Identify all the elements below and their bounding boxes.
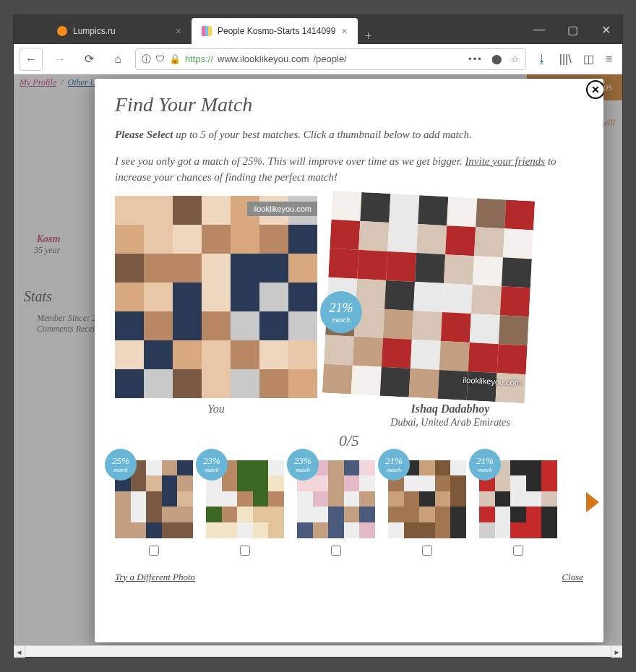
modal-footer: Try a Different Photo Close bbox=[115, 572, 583, 583]
match-name: Ishaq Dadabhoy bbox=[317, 402, 583, 415]
page-content: My Profile / Other Users Matching Me / M… bbox=[14, 74, 622, 645]
modal-para2: I see you only got a match of 25%. This … bbox=[115, 153, 583, 186]
thumb-word: match bbox=[296, 467, 310, 473]
horizontal-scrollbar[interactable]: ◄ ► bbox=[14, 645, 622, 657]
thumb-word: match bbox=[387, 467, 401, 473]
select-rest: up to 5 of your best matches. Click a th… bbox=[173, 129, 471, 140]
match-thumbnail[interactable]: 21% match bbox=[388, 460, 466, 556]
watermark: ilooklikeyou.com bbox=[247, 202, 317, 216]
your-photo: ilooklikeyou.com bbox=[115, 196, 317, 398]
home-button[interactable]: ⌂ bbox=[106, 48, 129, 71]
thumb-checkbox[interactable] bbox=[331, 546, 341, 556]
close-icon[interactable]: × bbox=[176, 25, 181, 37]
match-info: Ishaq Dadabhoy Dubai, United Arab Emirat… bbox=[317, 402, 583, 428]
match-badge: 21% match bbox=[320, 291, 362, 333]
thumb-percent: 25% bbox=[112, 455, 129, 467]
thumb-checkbox[interactable] bbox=[513, 546, 523, 556]
shield-icon[interactable]: 🛡 bbox=[155, 53, 165, 64]
url-host: www.ilooklikeyou.com bbox=[218, 53, 309, 64]
labels-row: You Ishaq Dadabhoy Dubai, United Arab Em… bbox=[115, 402, 583, 428]
tab-people[interactable]: People Kosmo-Starts 1414099 × bbox=[192, 18, 358, 44]
tab-bar: Lumpics.ru × People Kosmo-Starts 1414099… bbox=[14, 15, 622, 44]
info-icon[interactable]: ⓘ bbox=[142, 53, 151, 66]
thumb-badge: 25% match bbox=[105, 449, 137, 481]
page-actions-icon[interactable]: ••• bbox=[468, 53, 483, 64]
try-different-photo-link[interactable]: Try a Different Photo bbox=[115, 572, 195, 583]
back-button[interactable]: ← bbox=[20, 48, 43, 71]
thumb-word: match bbox=[478, 467, 492, 473]
maximize-button[interactable]: ▢ bbox=[556, 15, 589, 44]
tab-favicon-lumpics bbox=[57, 26, 67, 36]
thumb-word: match bbox=[113, 467, 128, 473]
pocket-icon[interactable]: ⬤ bbox=[491, 53, 502, 64]
thumb-percent: 21% bbox=[385, 455, 403, 467]
thumb-checkbox[interactable] bbox=[422, 546, 432, 556]
match-thumbnail[interactable]: 23% match bbox=[297, 460, 375, 556]
thumbnail-row: 25% match 23% match 23% match 21% match … bbox=[115, 460, 583, 556]
forward-button[interactable]: → bbox=[48, 48, 72, 71]
selection-count: 0/5 bbox=[115, 431, 583, 450]
match-word: match bbox=[332, 316, 350, 324]
thumb-badge: 21% match bbox=[378, 449, 410, 481]
thumb-percent: 23% bbox=[294, 455, 311, 467]
compare-row: ilooklikeyou.com 21% match ilooklikeyou.… bbox=[115, 196, 583, 398]
address-bar: ← → ⟳ ⌂ ⓘ 🛡 🔒 https://www.ilooklikeyou.c… bbox=[14, 44, 622, 74]
thumb-percent: 23% bbox=[203, 455, 220, 467]
match-modal: ✕ Find Your Match Please Select up to 5 … bbox=[95, 79, 603, 642]
tab-label: People Kosmo-Starts 1414099 bbox=[218, 26, 335, 36]
browser-window: Lumpics.ru × People Kosmo-Starts 1414099… bbox=[13, 14, 623, 658]
select-strong: Please Select bbox=[115, 129, 173, 140]
close-window-button[interactable]: ✕ bbox=[589, 15, 622, 44]
thumb-percent: 21% bbox=[476, 455, 494, 467]
url-box[interactable]: ⓘ 🛡 🔒 https://www.ilooklikeyou.com/peopl… bbox=[135, 48, 526, 70]
reload-button[interactable]: ⟳ bbox=[77, 48, 100, 71]
url-scheme: https:// bbox=[185, 53, 213, 64]
thumb-checkbox[interactable] bbox=[149, 546, 159, 556]
tab-label: Lumpics.ru bbox=[73, 26, 116, 36]
thumb-badge: 23% match bbox=[196, 449, 228, 481]
sidebar-icon[interactable]: ◫ bbox=[583, 52, 594, 66]
match-thumbnail[interactable]: 21% match bbox=[479, 460, 557, 556]
url-path: /people/ bbox=[313, 53, 346, 64]
tab-lumpics[interactable]: Lumpics.ru × bbox=[47, 18, 192, 44]
thumb-word: match bbox=[205, 467, 219, 473]
scroll-left-button[interactable]: ◄ bbox=[14, 646, 25, 658]
para2a: I see you only got a match of 25%. This … bbox=[115, 155, 465, 167]
modal-select-line: Please Select up to 5 of your best match… bbox=[115, 126, 583, 143]
new-tab-button[interactable]: + bbox=[358, 29, 379, 44]
thumb-checkbox[interactable] bbox=[240, 546, 250, 556]
match-location: Dubai, United Arab Emirates bbox=[317, 417, 583, 428]
menu-icon[interactable]: ≡ bbox=[606, 53, 612, 66]
next-arrow[interactable] bbox=[586, 492, 599, 512]
match-thumbnail[interactable]: 23% match bbox=[206, 460, 284, 556]
scroll-right-button[interactable]: ► bbox=[611, 646, 622, 658]
invite-friends-link[interactable]: Invite your friends bbox=[465, 155, 545, 167]
match-thumbnail[interactable]: 25% match bbox=[115, 460, 193, 556]
modal-title: Find Your Match bbox=[115, 93, 583, 116]
downloads-icon[interactable]: ⭳ bbox=[536, 53, 548, 66]
toolbar-right: ⭳ |||\ ◫ ≡ bbox=[532, 52, 616, 66]
modal-close-button[interactable]: ✕ bbox=[586, 80, 603, 99]
lock-icon: 🔒 bbox=[169, 53, 181, 64]
you-label: You bbox=[115, 402, 317, 428]
match-percent: 21% bbox=[330, 301, 353, 316]
close-link[interactable]: Close bbox=[562, 572, 583, 583]
star-icon[interactable]: ☆ bbox=[511, 53, 520, 64]
thumb-badge: 23% match bbox=[287, 449, 319, 481]
close-icon[interactable]: × bbox=[341, 25, 347, 37]
library-icon[interactable]: |||\ bbox=[559, 53, 572, 66]
tab-favicon-app bbox=[202, 26, 212, 36]
window-controls: — ▢ ✕ bbox=[523, 15, 622, 44]
thumb-badge: 21% match bbox=[469, 449, 501, 481]
minimize-button[interactable]: — bbox=[523, 15, 556, 44]
